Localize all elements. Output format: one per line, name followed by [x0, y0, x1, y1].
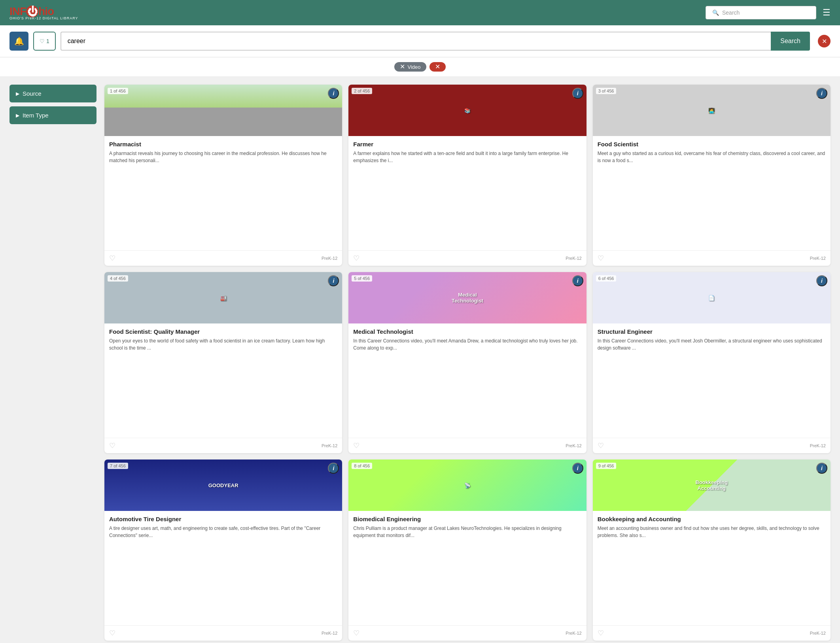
card-top: 4 of 456 i 🏭 — [104, 272, 342, 323]
card-description: Open your eyes to the world of food safe… — [109, 337, 337, 352]
header-search-placeholder: Search — [722, 9, 740, 16]
search-input[interactable] — [61, 32, 771, 51]
tag-label-video: Video — [407, 64, 420, 70]
result-card: 1 of 456 i Pharmacist A pharmacist revea… — [104, 85, 342, 266]
favorites-button[interactable]: ♡ 1 — [33, 32, 56, 51]
result-card: 6 of 456 i 📄 Structural Engineer In this… — [593, 272, 831, 453]
card-description: Chris Pulliam is a product manager at Gr… — [353, 525, 581, 539]
card-description: Meet an accounting business owner and fi… — [598, 525, 826, 539]
card-image: 📡 — [348, 460, 586, 511]
search-input-wrap: Search — [61, 32, 810, 51]
card-image-label: 🧑‍💻 — [705, 104, 718, 117]
hamburger-icon[interactable]: ☰ — [823, 8, 831, 18]
results-grid: 1 of 456 i Pharmacist A pharmacist revea… — [104, 85, 831, 641]
source-arrow-icon: ▶ — [16, 91, 19, 96]
card-footer: ♡ PreK-12 — [593, 625, 831, 641]
card-level: PreK-12 — [566, 443, 581, 448]
card-level: PreK-12 — [810, 443, 826, 448]
card-image-label: Medical Technologist — [448, 289, 486, 307]
header-search-box[interactable]: 🔍 Search — [706, 6, 816, 19]
result-card: 7 of 456 i GOODYEAR Automotive Tire Desi… — [104, 460, 342, 641]
card-image: 📄 — [593, 272, 831, 323]
card-favorite-button[interactable]: ♡ — [353, 441, 359, 450]
sidebar-source-button[interactable]: ▶ Source — [9, 85, 96, 102]
card-body: Farmer A farmer explains how he started … — [348, 136, 586, 250]
bell-button[interactable]: 🔔 — [9, 32, 28, 51]
card-footer: ♡ PreK-12 — [104, 625, 342, 641]
card-info-button[interactable]: i — [572, 275, 583, 286]
card-footer: ♡ PreK-12 — [104, 250, 342, 266]
card-footer: ♡ PreK-12 — [593, 250, 831, 266]
clear-button[interactable]: ✕ — [818, 35, 831, 47]
card-top: 2 of 456 i 📚 — [348, 85, 586, 136]
sidebar-itemtype-button[interactable]: ▶ Item Type — [9, 106, 96, 124]
card-body: Food Scientist: Quality Manager Open you… — [104, 323, 342, 438]
card-favorite-button[interactable]: ♡ — [109, 629, 115, 637]
remove-filter-tag[interactable]: ✕ — [429, 62, 446, 72]
card-title: Food Scientist: Quality Manager — [109, 328, 337, 335]
card-title: Automotive Tire Designer — [109, 516, 337, 522]
search-button[interactable]: Search — [771, 32, 810, 51]
result-card: 2 of 456 i 📚 Farmer A farmer explains ho… — [348, 85, 586, 266]
main-layout: ▶ Source ▶ Item Type 1 of 456 i Pharmaci… — [0, 77, 840, 643]
card-title: Medical Technologist — [353, 328, 581, 335]
card-body: Automotive Tire Designer A tire designer… — [104, 511, 342, 625]
card-description: In this Career Connections video, you'll… — [598, 337, 826, 352]
itemtype-arrow-icon: ▶ — [16, 113, 19, 118]
header-search-icon: 🔍 — [712, 9, 719, 16]
card-favorite-button[interactable]: ♡ — [109, 441, 115, 450]
card-image: Bookkeeping Accounting — [593, 460, 831, 511]
logo-area: INF⏻hio OHIO'S PreK-12 DIGITAL LIBRARY — [9, 5, 78, 20]
card-body: Medical Technologist In this Career Conn… — [348, 323, 586, 438]
card-top: 8 of 456 i 📡 — [348, 460, 586, 511]
card-image: GOODYEAR — [104, 460, 342, 511]
tag-close-red[interactable]: ✕ — [435, 64, 440, 70]
video-filter-tag[interactable]: ✕ Video — [394, 62, 426, 72]
card-footer: ♡ PreK-12 — [348, 625, 586, 641]
card-info-button[interactable]: i — [816, 463, 827, 474]
card-counter: 8 of 456 — [352, 463, 372, 469]
card-counter: 6 of 456 — [596, 275, 617, 282]
card-favorite-button[interactable]: ♡ — [598, 254, 604, 263]
card-counter: 1 of 456 — [108, 88, 128, 94]
card-image: 📚 — [348, 85, 586, 136]
card-body: Biomedical Engineering Chris Pulliam is … — [348, 511, 586, 625]
result-card: 4 of 456 i 🏭 Food Scientist: Quality Man… — [104, 272, 342, 453]
card-favorite-button[interactable]: ♡ — [598, 441, 604, 450]
card-description: A tire designer uses art, math, and engi… — [109, 525, 337, 539]
card-title: Farmer — [353, 141, 581, 148]
card-image-label: GOODYEAR — [205, 479, 242, 492]
card-info-button[interactable]: i — [816, 275, 827, 286]
card-favorite-button[interactable]: ♡ — [353, 629, 359, 637]
card-level: PreK-12 — [810, 631, 826, 635]
result-card: 8 of 456 i 📡 Biomedical Engineering Chri… — [348, 460, 586, 641]
card-title: Biomedical Engineering — [353, 516, 581, 522]
card-body: Bookkeeping and Accounting Meet an accou… — [593, 511, 831, 625]
card-counter: 9 of 456 — [596, 463, 617, 469]
card-level: PreK-12 — [810, 256, 826, 261]
card-image-label: Bookkeeping Accounting — [692, 476, 731, 494]
card-info-button[interactable]: i — [572, 463, 583, 474]
card-favorite-button[interactable]: ♡ — [598, 629, 604, 637]
card-image-label: 📄 — [705, 292, 718, 304]
card-image: 🧑‍💻 — [593, 85, 831, 136]
card-top: 9 of 456 i Bookkeeping Accounting — [593, 460, 831, 511]
card-top: 3 of 456 i 🧑‍💻 — [593, 85, 831, 136]
sidebar-itemtype-label: Item Type — [23, 112, 49, 119]
card-description: In this Career Connections video, you'll… — [353, 337, 581, 352]
card-counter: 3 of 456 — [596, 88, 617, 94]
card-image-label — [220, 107, 227, 113]
tag-close-video[interactable]: ✕ — [400, 64, 405, 70]
header: INF⏻hio OHIO'S PreK-12 DIGITAL LIBRARY 🔍… — [0, 0, 840, 25]
card-description: A farmer explains how he started with a … — [353, 150, 581, 164]
card-favorite-button[interactable]: ♡ — [353, 254, 359, 263]
search-bar-area: 🔔 ♡ 1 Search ✕ — [0, 25, 840, 57]
result-card: 3 of 456 i 🧑‍💻 Food Scientist Meet a guy… — [593, 85, 831, 266]
card-footer: ♡ PreK-12 — [348, 438, 586, 453]
card-favorite-button[interactable]: ♡ — [109, 254, 115, 263]
card-info-button[interactable]: i — [572, 88, 583, 99]
card-image-label: 📚 — [461, 104, 474, 117]
result-card: 5 of 456 i Medical Technologist Medical … — [348, 272, 586, 453]
card-description: A pharmacist reveals his journey to choo… — [109, 150, 337, 164]
card-info-button[interactable]: i — [816, 88, 827, 99]
